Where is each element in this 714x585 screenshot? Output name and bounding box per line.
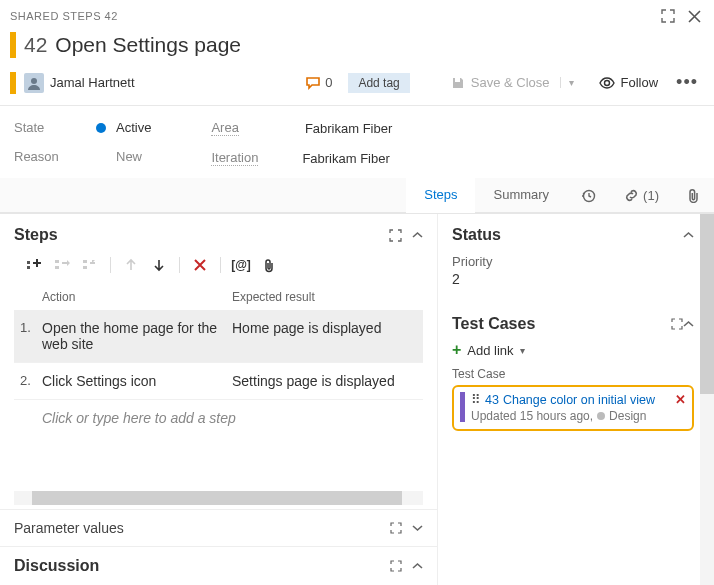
area-value[interactable]: Fabrikam Fiber	[305, 121, 392, 136]
iteration-label[interactable]: Iteration	[211, 150, 258, 166]
linked-testcase-card[interactable]: ⠿ 43 Change color on initial view ✕ Upda…	[452, 385, 694, 431]
testcase-color-bar	[460, 392, 465, 422]
col-action-header: Action	[42, 290, 232, 304]
state-label: State	[14, 120, 76, 135]
iteration-value[interactable]: Fabrikam Fiber	[302, 151, 389, 166]
linked-state: Design	[609, 409, 646, 423]
workitem-title[interactable]: Open Settings page	[55, 33, 241, 57]
tab-history[interactable]	[567, 178, 610, 212]
type-color-bar-small	[10, 72, 16, 94]
step-row[interactable]: 2. Click Settings icon Settings page is …	[14, 363, 423, 400]
linked-id[interactable]: 43	[485, 393, 499, 407]
testcases-heading: Test Cases	[452, 315, 535, 333]
step-action-cell[interactable]: Open the home page for the web site	[42, 320, 232, 352]
drag-handle-icon[interactable]: ⠿	[471, 392, 481, 407]
insert-shared-button	[50, 254, 74, 276]
create-shared-button	[78, 254, 102, 276]
collapse-icon[interactable]	[683, 231, 694, 239]
reason-value[interactable]: New	[116, 149, 142, 164]
step-row[interactable]: 1. Open the home page for the web site H…	[14, 310, 423, 363]
maximize-icon[interactable]	[390, 560, 402, 572]
maximize-icon[interactable]	[390, 522, 402, 534]
linked-updated: Updated 15 hours ago,	[471, 409, 593, 423]
add-link-button[interactable]: + Add link ▾	[452, 341, 694, 359]
priority-value[interactable]: 2	[452, 271, 694, 287]
save-close-button: Save & Close ▾	[440, 70, 585, 95]
testcase-group-label: Test Case	[452, 367, 694, 381]
workitem-id: 42	[24, 33, 47, 57]
attach-file-button[interactable]	[257, 254, 281, 276]
avatar[interactable]	[24, 73, 44, 93]
status-heading: Status	[452, 226, 501, 244]
type-color-bar	[10, 32, 16, 58]
delete-step-button[interactable]	[188, 254, 212, 276]
parameter-values-heading[interactable]: Parameter values	[14, 520, 124, 536]
step-action-cell[interactable]: Click Settings icon	[42, 373, 232, 389]
svg-rect-3	[55, 260, 59, 263]
close-icon[interactable]	[684, 6, 704, 26]
linked-title[interactable]: Change color on initial view	[503, 393, 655, 407]
svg-rect-4	[55, 266, 59, 269]
remove-link-button[interactable]: ✕	[675, 392, 686, 407]
save-close-label: Save & Close	[471, 75, 550, 90]
horizontal-scrollbar[interactable]	[14, 491, 423, 505]
priority-label: Priority	[452, 254, 694, 269]
plus-icon: +	[452, 341, 461, 359]
svg-point-1	[604, 80, 609, 85]
svg-rect-6	[83, 266, 87, 269]
discussion-icon[interactable]	[305, 76, 321, 90]
add-tag-button[interactable]: Add tag	[348, 73, 409, 93]
chevron-down-icon[interactable]: ▾	[560, 77, 574, 88]
insert-param-button[interactable]: [@]	[229, 254, 253, 276]
tab-links[interactable]: (1)	[610, 178, 673, 212]
chevron-down-icon[interactable]	[412, 524, 423, 532]
svg-rect-5	[83, 260, 87, 263]
move-down-button[interactable]	[147, 254, 171, 276]
collapse-icon[interactable]	[412, 231, 423, 239]
move-up-button	[119, 254, 143, 276]
state-dot-icon	[597, 412, 605, 420]
workitem-type-label: SHARED STEPS 42	[10, 10, 118, 22]
svg-point-0	[31, 78, 37, 84]
reason-label: Reason	[14, 149, 76, 164]
add-step-placeholder[interactable]: Click or type here to add a step	[14, 400, 423, 436]
discussion-heading: Discussion	[14, 557, 99, 575]
state-value[interactable]: Active	[116, 120, 151, 135]
fullscreen-icon[interactable]	[658, 6, 678, 26]
state-dot-icon	[96, 123, 106, 133]
maximize-icon[interactable]	[671, 318, 683, 330]
insert-step-button[interactable]	[22, 254, 46, 276]
tab-steps[interactable]: Steps	[406, 178, 475, 213]
steps-heading: Steps	[14, 226, 58, 244]
col-expected-header: Expected result	[232, 290, 417, 304]
collapse-icon[interactable]	[412, 562, 423, 570]
step-expected-cell[interactable]: Settings page is displayed	[232, 373, 417, 389]
chevron-down-icon: ▾	[520, 345, 525, 356]
vertical-scrollbar[interactable]	[700, 214, 714, 585]
assignee-name[interactable]: Jamal Hartnett	[50, 75, 135, 90]
more-actions-button[interactable]: •••	[670, 72, 704, 93]
tab-summary[interactable]: Summary	[475, 178, 567, 212]
step-expected-cell[interactable]: Home page is displayed	[232, 320, 417, 352]
area-label[interactable]: Area	[211, 120, 238, 136]
discussion-count: 0	[325, 75, 332, 90]
tab-attachments[interactable]	[673, 178, 714, 212]
follow-button[interactable]: Follow	[599, 75, 659, 90]
collapse-icon[interactable]	[683, 320, 694, 328]
maximize-icon[interactable]	[389, 229, 402, 242]
